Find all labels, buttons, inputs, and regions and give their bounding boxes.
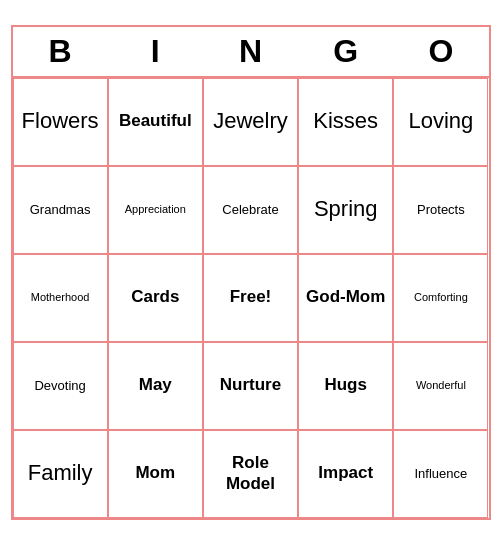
bingo-cell-23: Impact	[298, 430, 393, 518]
bingo-cell-6: Appreciation	[108, 166, 203, 254]
bingo-cell-21: Mom	[108, 430, 203, 518]
header-letter-O: O	[393, 27, 488, 76]
cell-text-9: Protects	[417, 202, 465, 218]
bingo-card: BINGO FlowersBeautifulJewelryKissesLovin…	[11, 25, 491, 520]
bingo-cell-10: Motherhood	[13, 254, 108, 342]
cell-text-14: Comforting	[414, 291, 468, 304]
cell-text-5: Grandmas	[30, 202, 91, 218]
bingo-header: BINGO	[13, 27, 489, 78]
bingo-cell-15: Devoting	[13, 342, 108, 430]
bingo-cell-9: Protects	[393, 166, 488, 254]
header-letter-G: G	[298, 27, 393, 76]
cell-text-4: Loving	[408, 108, 473, 134]
cell-text-13: God-Mom	[306, 287, 385, 307]
cell-text-2: Jewelry	[213, 108, 288, 134]
cell-text-15: Devoting	[34, 378, 85, 394]
cell-text-19: Wonderful	[416, 379, 466, 392]
cell-text-0: Flowers	[22, 108, 99, 134]
cell-text-22: Role Model	[208, 453, 293, 494]
cell-text-12: Free!	[230, 287, 272, 307]
bingo-cell-24: Influence	[393, 430, 488, 518]
bingo-cell-2: Jewelry	[203, 78, 298, 166]
header-letter-B: B	[13, 27, 108, 76]
header-letter-N: N	[203, 27, 298, 76]
bingo-cell-13: God-Mom	[298, 254, 393, 342]
cell-text-3: Kisses	[313, 108, 378, 134]
cell-text-17: Nurture	[220, 375, 281, 395]
cell-text-11: Cards	[131, 287, 179, 307]
bingo-cell-20: Family	[13, 430, 108, 518]
bingo-cell-7: Celebrate	[203, 166, 298, 254]
cell-text-7: Celebrate	[222, 202, 278, 218]
bingo-cell-17: Nurture	[203, 342, 298, 430]
cell-text-23: Impact	[318, 463, 373, 483]
cell-text-20: Family	[28, 460, 93, 486]
bingo-cell-0: Flowers	[13, 78, 108, 166]
bingo-cell-3: Kisses	[298, 78, 393, 166]
bingo-cell-16: May	[108, 342, 203, 430]
cell-text-8: Spring	[314, 196, 378, 222]
header-letter-I: I	[108, 27, 203, 76]
bingo-cell-12: Free!	[203, 254, 298, 342]
bingo-cell-22: Role Model	[203, 430, 298, 518]
cell-text-1: Beautiful	[119, 111, 192, 131]
bingo-cell-19: Wonderful	[393, 342, 488, 430]
bingo-cell-18: Hugs	[298, 342, 393, 430]
cell-text-6: Appreciation	[125, 203, 186, 216]
bingo-cell-14: Comforting	[393, 254, 488, 342]
bingo-cell-1: Beautiful	[108, 78, 203, 166]
bingo-cell-5: Grandmas	[13, 166, 108, 254]
bingo-cell-4: Loving	[393, 78, 488, 166]
cell-text-10: Motherhood	[31, 291, 90, 304]
cell-text-24: Influence	[415, 466, 468, 482]
cell-text-21: Mom	[135, 463, 175, 483]
cell-text-16: May	[139, 375, 172, 395]
cell-text-18: Hugs	[324, 375, 367, 395]
bingo-cell-8: Spring	[298, 166, 393, 254]
bingo-cell-11: Cards	[108, 254, 203, 342]
bingo-grid: FlowersBeautifulJewelryKissesLovingGrand…	[13, 78, 489, 518]
